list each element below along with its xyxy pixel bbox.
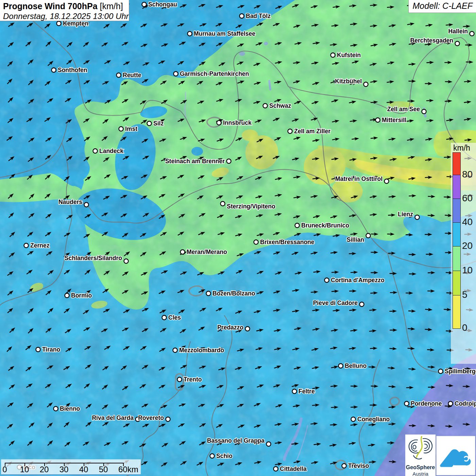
legend-segment [453,175,460,199]
wind-forecast-map-page: SchongauBad TölzKemptenMurnau am Staffel… [0,0,476,476]
legend-tick-label: 20 [462,240,473,251]
city-label: Kufstein [337,52,361,58]
geosphere-country: Austria [405,471,436,476]
city-label: Kempten [63,20,88,27]
city-label: Pieve di Cadore [313,300,358,306]
city-label: Bozen/Bolzano [213,290,255,297]
legend-tick-label: 40 [462,217,473,227]
city-marker [173,348,177,353]
city: Cortina d'Ampezzo [325,277,385,284]
city: Silz [147,120,164,127]
city-marker [147,121,152,126]
city-label: Kitzbühel [335,78,362,85]
city-marker [267,442,271,446]
city-label: Imst [125,125,137,132]
city-marker [124,259,129,264]
city-label: Pordenone [411,400,442,407]
legend-unit-label: km/h [453,143,470,153]
city-marker [188,32,192,36]
city-label: Mittersill [382,117,406,123]
city-marker [325,278,329,283]
city-marker [448,402,453,406]
legend-color-bar [453,152,461,329]
city-label: Schwaz [269,102,291,109]
wind-speed-legend: km/h 806040201050 [451,143,476,364]
city-marker [93,149,98,153]
city-marker [331,53,335,57]
weather-map: SchongauBad TölzKemptenMurnau am Staffel… [0,0,476,476]
city-label: Hallein [448,28,468,35]
city-marker [254,240,258,244]
city-label: Silz [153,120,164,127]
city-marker [263,104,268,108]
city-marker [84,203,89,207]
city: Pieve di Cadore [313,300,364,307]
scalebar-label: 50 [99,465,108,474]
city-label: Bruneck/Brunico [301,222,349,229]
city-marker [415,215,420,220]
city-marker [295,223,300,228]
city-label: Schlanders/Silandro [65,255,122,261]
mountain-cloud-icon [437,436,475,475]
city: Mezzolombardo [173,347,224,354]
city-label: Bassano del Grappa [207,437,265,444]
city-label: Sillian [346,236,364,243]
city: Imst [119,125,138,132]
distance-scalebar: 0102030405060km [1,459,141,475]
city-marker [240,14,244,18]
city-label: Codroipo [455,400,476,407]
city-label: Zell am Ziller [294,128,330,135]
city-marker [217,121,221,125]
legend-segment [453,153,460,175]
city-label: Conegliano [357,416,390,423]
city: Bruneck/Brunico [295,222,350,229]
city: Meran/Merano [181,249,227,255]
city-label: Mezzolombardo [179,347,224,354]
city-marker [385,179,389,184]
city: Cles [162,314,181,321]
mountain-cloud-logo [436,436,475,475]
city-label: Sonthofen [58,67,87,73]
city-label: Trento [184,376,202,383]
geosphere-contour-icon [405,435,436,464]
city-marker [162,316,167,320]
city-label: Brixen/Bressanone [260,239,314,245]
city-marker [455,41,460,46]
city-marker [470,32,474,36]
city-marker [364,82,368,87]
city-marker [274,467,278,471]
geosphere-name: GeoSphere [405,464,436,471]
city-label: Schio [216,453,233,459]
legend-segment [453,199,460,223]
city-marker [119,127,123,131]
city-marker [210,454,215,458]
geosphere-logo: GeoSphere Austria [405,435,436,476]
city-label: Cittadella [280,465,307,472]
legend-segment [453,247,460,271]
scalebar-label: 10 [20,465,29,474]
city-label: Feltre [299,388,315,395]
city-label: Reutte [123,72,141,79]
forecast-datetime: Donnerstag, 18.12.2025 13:00 Uhr [3,12,126,21]
city: Matrei in Osttirol [335,175,389,184]
legend-tick-label: 10 [462,265,473,276]
city-label: Meran/Merano [187,249,227,255]
city: Murnau am Staffelsee [188,30,256,37]
city-marker [177,377,182,382]
city-label: Innsbruck [223,119,252,126]
city-label: Rovereto [138,414,164,421]
city-label: Matrei in Osttirol [335,175,382,182]
model-label: Modell: C-LAEF [408,0,476,13]
city-label: Schongau [148,1,177,8]
city-label: Landeck [99,148,123,154]
city-marker [360,302,364,307]
city-marker [36,347,40,352]
city-label: Bormio [71,292,92,299]
city-marker [422,109,426,114]
legend-segment [453,295,460,328]
scalebar-label: 30 [60,465,69,474]
city-marker [206,291,211,296]
title-box: Prognose Wind 700hPa [km/h] Donnerstag, … [0,0,129,21]
title-unit: [km/h] [98,1,123,11]
legend-segment [453,271,460,295]
